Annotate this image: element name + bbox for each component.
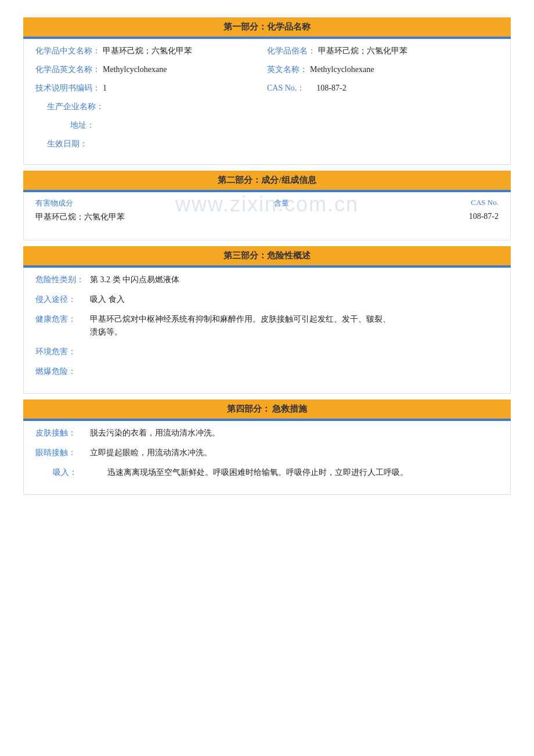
part3-row-fire-hazard: 燃爆危险：	[35, 366, 499, 377]
part3-header: 第三部分：危险性概述	[23, 246, 511, 265]
part2-row1: 甲基环己烷；六氢化甲苯 108-87-2	[35, 212, 499, 222]
manual-code-value: 1	[103, 84, 107, 93]
part3-row-env-hazard: 环境危害：	[35, 347, 499, 357]
english-name-field: 化学品英文名称： Methylcyclohexane	[35, 64, 267, 75]
part4-header: 第四部分： 急救措施	[23, 399, 511, 419]
part3-row-hazard-class: 危险性类别： 第 3.2 类 中闪点易燃液体	[35, 275, 499, 285]
common-name-label: 化学品俗名：	[267, 46, 316, 56]
part3-content: 危险性类别： 第 3.2 类 中闪点易燃液体 侵入途径： 吸入 食入 健康危害：…	[23, 268, 511, 394]
part3-row-invasion: 侵入途径： 吸入 食入	[35, 294, 499, 305]
address-label: 地址：	[70, 120, 95, 131]
part1-row5: 地址：	[35, 120, 499, 131]
part2-col3-header: CAS No.	[354, 198, 499, 208]
english-name2-field: 英文名称： Methylcyclohexane	[267, 64, 499, 75]
fire-hazard-label: 燃爆危险：	[35, 366, 88, 377]
part1-row2: 化学品英文名称： Methylcyclohexane 英文名称： Methylc…	[35, 64, 499, 75]
part1-row6: 生效日期：	[35, 139, 499, 149]
part1-row4: 生产企业名称：	[35, 102, 499, 112]
cas-field: CAS No.： 108-87-2	[267, 83, 499, 93]
part2-val1: 甲基环己烷；六氢化甲苯	[35, 212, 209, 222]
invasion-label: 侵入途径：	[35, 294, 88, 305]
part2-val3: 108-87-2	[354, 212, 499, 222]
english-name2-value: Methylcyclohexane	[310, 65, 374, 74]
part3-row-health-hazard: 健康危害： 甲基环己烷对中枢神经系统有抑制和麻醉作用。皮肤接触可引起发红、发干、…	[35, 314, 499, 325]
part1-content: 化学品中文名称： 甲基环己烷；六氢化甲苯 化学品俗名： 甲基环己烷；六氢化甲苯 …	[23, 39, 511, 165]
manual-code-field: 技术说明书编码： 1	[35, 83, 267, 93]
cas-label: CAS No.：	[267, 83, 305, 93]
chinese-name-label: 化学品中文名称：	[35, 46, 100, 56]
skin-value: 脱去污染的衣着，用流动清水冲洗。	[90, 428, 499, 438]
invasion-value: 吸入 食入	[90, 294, 499, 305]
part4-row-eye: 眼睛接触： 立即提起眼睑，用流动清水冲洗。	[35, 448, 499, 458]
english-name-value: Methylcyclohexane	[103, 65, 167, 74]
part1-row3: 技术说明书编码： 1 CAS No.： 108-87-2	[35, 83, 499, 93]
part2-table-header: 有害物成分 含量 CAS No.	[35, 198, 499, 208]
part2-header: 第二部分：成分/组成信息	[23, 171, 511, 190]
effective-date-label: 生效日期：	[47, 139, 88, 149]
chinese-name-field: 化学品中文名称： 甲基环己烷；六氢化甲苯	[35, 46, 267, 56]
eye-value: 立即提起眼睑，用流动清水冲洗。	[90, 448, 499, 458]
inhale-label: 吸入：	[53, 467, 105, 478]
health-hazard-cont: 溃疡等。	[90, 327, 499, 337]
health-hazard-value: 甲基环己烷对中枢神经系统有抑制和麻醉作用。皮肤接触可引起发红、发干、皲裂、	[90, 314, 499, 325]
company-label: 生产企业名称：	[47, 102, 104, 112]
part1-header: 第一部分：化学品名称	[23, 17, 511, 37]
english-name2-label: 英文名称：	[267, 64, 308, 75]
part4-content: 皮肤接触： 脱去污染的衣着，用流动清水冲洗。 眼睛接触： 立即提起眼睑，用流动清…	[23, 421, 511, 495]
skin-label: 皮肤接触：	[35, 428, 88, 438]
hazard-class-label: 危险性类别：	[35, 275, 88, 285]
cas-value: 108-87-2	[316, 84, 346, 93]
common-name-value: 甲基环己烷；六氢化甲苯	[318, 46, 407, 56]
env-hazard-label: 环境危害：	[35, 347, 88, 357]
part2-content: 有害物成分 含量 CAS No. 甲基环己烷；六氢化甲苯 108-87-2 ww…	[23, 192, 511, 240]
chinese-name-value: 甲基环己烷；六氢化甲苯	[103, 46, 192, 56]
health-hazard-label: 健康危害：	[35, 314, 88, 325]
part2-val2	[209, 212, 353, 222]
eye-label: 眼睛接触：	[35, 448, 88, 458]
inhale-value: 迅速离离现场至空气新鲜处。呼吸困难时给输氧。呼吸停止时，立即进行人工呼吸。	[107, 467, 499, 478]
common-name-field: 化学品俗名： 甲基环己烷；六氢化甲苯	[267, 46, 499, 56]
part1-row1: 化学品中文名称： 甲基环己烷；六氢化甲苯 化学品俗名： 甲基环己烷；六氢化甲苯	[35, 46, 499, 56]
hazard-class-value: 第 3.2 类 中闪点易燃液体	[90, 275, 499, 285]
part4-row-inhale: 吸入： 迅速离离现场至空气新鲜处。呼吸困难时给输氧。呼吸停止时，立即进行人工呼吸…	[35, 467, 499, 478]
part4-row-skin: 皮肤接触： 脱去污染的衣着，用流动清水冲洗。	[35, 428, 499, 438]
manual-code-label: 技术说明书编码：	[35, 83, 100, 93]
english-name-label: 化学品英文名称：	[35, 64, 100, 75]
part2-col1-header: 有害物成分	[35, 198, 209, 208]
part2-col2-header: 含量	[209, 198, 353, 208]
